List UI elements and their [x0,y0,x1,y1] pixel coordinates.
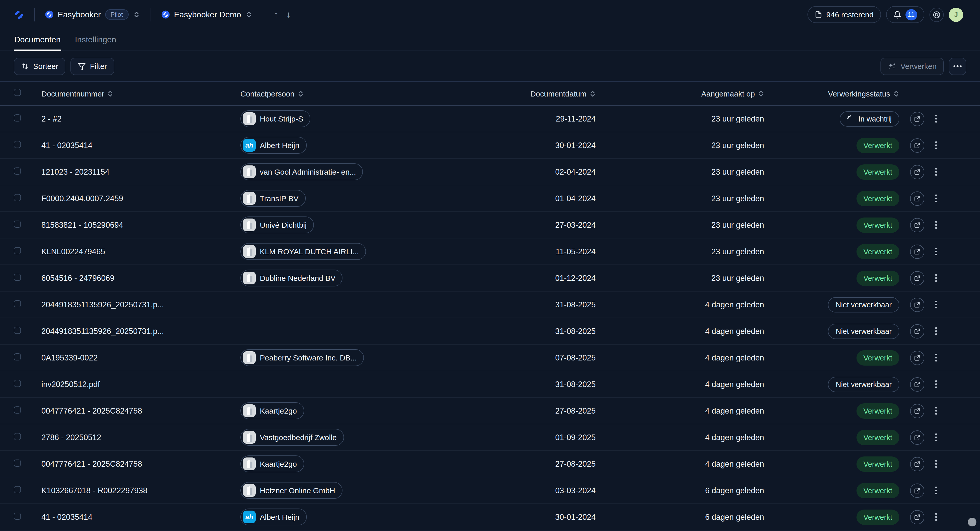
contact-chip[interactable]: ah Albert Heijn [240,509,307,525]
open-document-button[interactable] [910,218,924,232]
row-checkbox[interactable] [14,406,21,413]
open-document-button[interactable] [910,510,924,524]
column-contactpersoon[interactable]: Contactpersoon [240,89,487,98]
open-document-button[interactable] [910,244,924,258]
column-documentnummer[interactable]: Documentnummer [41,89,240,98]
contact-chip[interactable]: ah Hout Strijp-S [240,110,310,127]
credits-pill[interactable]: 946 resterend [808,6,881,23]
row-checkbox[interactable] [14,486,21,493]
open-document-button[interactable] [910,483,924,498]
divider [263,8,264,21]
open-document-button[interactable] [910,112,924,126]
help-button[interactable] [929,7,944,22]
row-menu-button[interactable] [933,166,939,178]
row-menu-button[interactable] [933,299,939,311]
contact-chip[interactable]: ah Kaartje2go [240,455,304,472]
filter-button[interactable]: Filter [70,57,114,75]
status-badge: Verwerkt [856,217,899,233]
contact-name: KLM ROYAL DUTCH AIRLI... [260,247,359,256]
open-document-button[interactable] [910,430,924,445]
contact-chip[interactable]: ah Vastgoedbedrijf Zwolle [240,429,344,446]
sort-arrows-icon [21,62,29,70]
open-document-button[interactable] [910,191,924,206]
row-menu-button[interactable] [933,246,939,258]
arrow-up-icon[interactable]: ↑ [274,10,278,20]
table-row: 0047776421 - 2025C824758 ah Kaartje2go 2… [0,451,980,477]
created-ago: 6 dagen geleden [596,486,764,495]
open-document-button[interactable] [910,457,924,471]
column-aangemaakt-op[interactable]: Aangemaakt op [596,89,764,98]
contact-chip[interactable]: ah TransIP BV [240,190,306,207]
status-badge: Niet verwerkbaar [828,376,899,392]
row-menu-button[interactable] [933,511,939,523]
tab-documenten[interactable]: Documenten [14,29,61,51]
row-menu-button[interactable] [933,193,939,204]
column-documentdatum[interactable]: Documentdatum [487,89,596,98]
row-checkbox[interactable] [14,114,21,121]
row-menu-button[interactable] [933,378,939,390]
chat-widget-dot[interactable] [968,518,977,526]
contact-chip[interactable]: ah Kaartje2go [240,402,304,419]
workspace-selector[interactable]: Easybooker Demo [161,10,253,19]
contact-name: Albert Heijn [260,513,299,521]
row-checkbox[interactable] [14,167,21,174]
row-menu-button[interactable] [933,458,939,470]
row-menu-button[interactable] [933,139,939,151]
status-label: Verwerkt [863,513,892,521]
row-checkbox[interactable] [14,353,21,360]
arrow-down-icon[interactable]: ↓ [286,10,291,20]
open-document-button[interactable] [910,377,924,391]
notifications-button[interactable]: 11 [886,6,924,23]
open-document-button[interactable] [910,324,924,338]
open-document-button[interactable] [910,138,924,152]
tab-instellingen[interactable]: Instellingen [74,29,117,51]
process-button[interactable]: Verwerken [880,57,944,75]
contact-chip[interactable]: ah Peaberry Software Inc. DB... [240,349,364,366]
row-menu-button[interactable] [933,272,939,284]
contact-chip[interactable]: ah Univé Dichtbij [240,217,313,233]
open-document-button[interactable] [910,165,924,179]
row-menu-button[interactable] [933,352,939,364]
row-checkbox[interactable] [14,380,21,387]
app-logo-icon[interactable] [14,10,24,20]
more-actions-button[interactable] [949,57,966,75]
workspace-name: Easybooker Demo [174,10,241,19]
document-number: 0047776421 - 2025C824758 [41,406,240,415]
row-checkbox[interactable] [14,141,21,148]
row-checkbox[interactable] [14,459,21,466]
column-verwerkingsstatus[interactable]: Verwerkingsstatus [764,89,899,98]
created-ago: 4 dagen geleden [596,433,764,442]
row-checkbox[interactable] [14,194,21,201]
contact-chip[interactable]: ah Albert Heijn [240,137,307,154]
row-checkbox[interactable] [14,220,21,228]
document-date: 02-04-2024 [487,167,596,176]
row-menu-button[interactable] [933,485,939,496]
row-checkbox[interactable] [14,300,21,307]
user-avatar[interactable]: J [949,7,963,22]
contact-chip[interactable]: ah Dubline Nederland BV [240,269,343,286]
row-menu-button[interactable] [933,405,939,417]
chevron-up-down-icon [133,11,140,18]
open-document-button[interactable] [910,297,924,312]
row-menu-button[interactable] [933,431,939,443]
row-checkbox[interactable] [14,512,21,520]
contact-chip[interactable]: ah KLM ROYAL DUTCH AIRLI... [240,243,366,260]
open-document-button[interactable] [910,351,924,365]
top-bar: Easybooker Pilot Easybooker Demo ↑ ↓ [0,0,980,29]
open-document-button[interactable] [910,403,924,418]
select-all-checkbox[interactable] [14,89,21,96]
divider [34,8,35,21]
row-checkbox[interactable] [14,273,21,281]
row-menu-button[interactable] [933,113,939,125]
row-checkbox[interactable] [14,247,21,254]
open-document-button[interactable] [910,271,924,285]
row-checkbox[interactable] [14,327,21,334]
contact-chip[interactable]: ah van Gool Administratie- en... [240,163,363,180]
row-menu-button[interactable] [933,219,939,231]
document-date: 31-08-2025 [487,327,596,336]
contact-chip[interactable]: ah Hetzner Online GmbH [240,482,342,499]
row-menu-button[interactable] [933,325,939,337]
org-selector[interactable]: Easybooker Pilot [45,9,140,20]
row-checkbox[interactable] [14,433,21,440]
sort-button[interactable]: Sorteer [14,57,65,75]
